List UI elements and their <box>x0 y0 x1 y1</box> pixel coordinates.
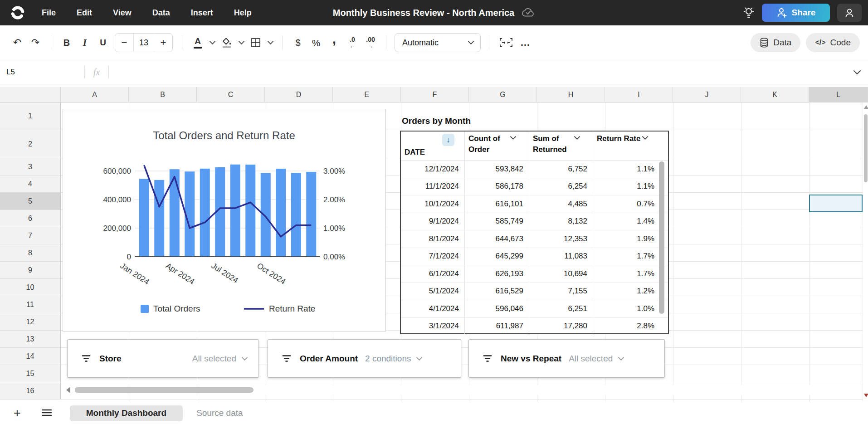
underline-button[interactable]: U <box>95 33 111 52</box>
table-row-6/1/2024[interactable]: 6/1/2024626,19310,6941.7% <box>401 265 668 283</box>
row-header-6[interactable]: 6 <box>0 210 61 227</box>
menu-item-help[interactable]: Help <box>234 8 252 18</box>
row-header-11[interactable]: 11 <box>0 296 61 313</box>
borders-button[interactable] <box>248 33 264 52</box>
chevron-down-icon[interactable] <box>642 136 648 140</box>
row-header-1[interactable]: 1 <box>0 102 61 130</box>
horizontal-scroll-thumb[interactable] <box>75 387 254 393</box>
row-header-9[interactable]: 9 <box>0 262 61 279</box>
row-header-2[interactable]: 2 <box>0 130 61 158</box>
table-row-9/1/2024[interactable]: 9/1/2024585,7498,1321.4% <box>401 213 668 231</box>
table-header-sum-of-returned[interactable]: Sum of Returned <box>529 132 593 160</box>
more-button[interactable]: … <box>517 33 534 52</box>
column-header-D[interactable]: D <box>265 87 333 102</box>
filter-chip-order-amount[interactable]: Order Amount 2 conditions <box>268 339 461 378</box>
table-row-12/1/2024[interactable]: 12/1/2024593,8426,7521.1% <box>401 161 668 178</box>
column-header-E[interactable]: E <box>333 87 401 102</box>
chevron-down-icon[interactable] <box>416 357 422 361</box>
undo-button[interactable]: ↶ <box>9 33 25 52</box>
bold-button[interactable]: B <box>59 33 75 52</box>
filter-chip-store[interactable]: Store All selected <box>67 339 259 378</box>
formula-input[interactable] <box>109 60 853 84</box>
font-size-increase-button[interactable]: + <box>154 33 172 52</box>
table-title[interactable]: Orders by Month <box>402 116 471 126</box>
column-header-L[interactable]: L <box>809 87 868 102</box>
table-header-return-rate[interactable]: Return Rate <box>593 132 668 160</box>
doc-title[interactable]: Monthly Business Review - North America <box>333 8 514 18</box>
tab-monthly-dashboard[interactable]: Monthly Dashboard <box>70 405 183 421</box>
orders-table[interactable]: DATE↓Count of OrderSum of ReturnedReturn… <box>400 131 669 334</box>
app-logo-icon[interactable] <box>10 5 25 20</box>
redo-button[interactable]: ↷ <box>27 33 44 52</box>
fill-color-button[interactable] <box>219 33 235 52</box>
sheet-list-button[interactable] <box>42 409 52 418</box>
table-row-8/1/2024[interactable]: 8/1/2024644,67312,3531.9% <box>401 230 668 248</box>
column-header-K[interactable]: K <box>741 87 809 102</box>
column-header-I[interactable]: I <box>605 87 673 102</box>
vertical-scroll-thumb[interactable] <box>864 114 868 182</box>
row-header-7[interactable]: 7 <box>0 227 61 244</box>
text-color-dropdown[interactable] <box>208 33 217 52</box>
column-header-B[interactable]: B <box>129 87 197 102</box>
fit-selection-button[interactable] <box>497 33 516 52</box>
table-row-4/1/2024[interactable]: 4/1/2024596,0466,2511.0% <box>401 300 668 318</box>
row-header-15[interactable]: 15 <box>0 365 61 382</box>
selected-cell-L5[interactable] <box>809 195 863 212</box>
account-button[interactable] <box>837 4 862 22</box>
font-size-value[interactable]: 13 <box>133 33 154 52</box>
row-header-5[interactable]: 5 <box>0 193 61 210</box>
chart-card[interactable]: Total Orders and Return Rate00.00%200,00… <box>63 109 386 331</box>
menu-item-insert[interactable]: Insert <box>191 8 213 18</box>
increase-decimal-button[interactable]: .00→ <box>362 33 379 52</box>
currency-format-button[interactable]: $ <box>290 33 306 52</box>
borders-dropdown[interactable] <box>266 33 275 52</box>
column-header-F[interactable]: F <box>401 87 469 102</box>
code-panel-button[interactable]: </> Code <box>806 33 860 52</box>
add-sheet-button[interactable]: + <box>14 407 21 419</box>
row-header-10[interactable]: 10 <box>0 279 61 296</box>
column-header-A[interactable]: A <box>61 87 129 102</box>
filter-chip-new-vs-repeat[interactable]: New vs Repeat All selected <box>468 339 665 378</box>
fill-color-dropdown[interactable] <box>237 33 246 52</box>
table-row-3/1/2024[interactable]: 3/1/2024611,98717,2802.8% <box>401 318 668 336</box>
row-header-12[interactable]: 12 <box>0 313 61 331</box>
row-header-8[interactable]: 8 <box>0 244 61 262</box>
font-size-decrease-button[interactable]: − <box>115 33 133 52</box>
sort-descending-icon[interactable]: ↓ <box>442 134 454 146</box>
menu-item-edit[interactable]: Edit <box>77 8 92 18</box>
column-header-C[interactable]: C <box>197 87 265 102</box>
column-header-G[interactable]: G <box>469 87 537 102</box>
scroll-up-icon[interactable] <box>864 105 868 109</box>
percent-format-button[interactable]: % <box>308 33 324 52</box>
text-color-button[interactable]: A <box>190 33 206 52</box>
tab-source-data[interactable]: Source data <box>196 408 243 418</box>
table-row-7/1/2024[interactable]: 7/1/2024645,29911,0831.7% <box>401 248 668 266</box>
chevron-down-icon[interactable] <box>242 357 248 361</box>
table-row-5/1/2024[interactable]: 5/1/2024616,5297,1551.2% <box>401 283 668 301</box>
chevron-down-icon[interactable] <box>510 136 516 140</box>
table-scroll-thumb[interactable] <box>659 161 664 314</box>
vertical-scrollbar[interactable] <box>863 102 868 402</box>
row-header-3[interactable]: 3 <box>0 158 61 175</box>
table-header-count-of-order[interactable]: Count of Order <box>465 132 529 160</box>
chevron-down-icon[interactable] <box>574 136 580 140</box>
scroll-down-icon[interactable] <box>864 394 868 397</box>
chevron-down-icon[interactable] <box>618 357 624 361</box>
menu-item-view[interactable]: View <box>113 8 132 18</box>
share-button[interactable]: Share <box>762 4 830 22</box>
horizontal-scrollbar[interactable] <box>61 385 868 395</box>
row-header-13[interactable]: 13 <box>0 331 61 348</box>
row-header-4[interactable]: 4 <box>0 175 61 193</box>
decrease-decimal-button[interactable]: .0← <box>344 33 361 52</box>
table-row-10/1/2024[interactable]: 10/1/2024616,1014,4850.7% <box>401 195 668 213</box>
menu-item-data[interactable]: Data <box>152 8 170 18</box>
lightbulb-icon[interactable] <box>743 6 755 19</box>
column-header-H[interactable]: H <box>537 87 605 102</box>
table-row-11/1/2024[interactable]: 11/1/2024586,1786,2541.1% <box>401 178 668 196</box>
scroll-left-icon[interactable] <box>66 387 70 393</box>
table-header-date[interactable]: DATE↓ <box>401 132 465 160</box>
data-panel-button[interactable]: Data <box>751 33 800 52</box>
comma-format-button[interactable]: , <box>326 33 342 52</box>
italic-button[interactable]: I <box>77 33 93 52</box>
cell-reference[interactable]: L5 <box>0 68 84 77</box>
